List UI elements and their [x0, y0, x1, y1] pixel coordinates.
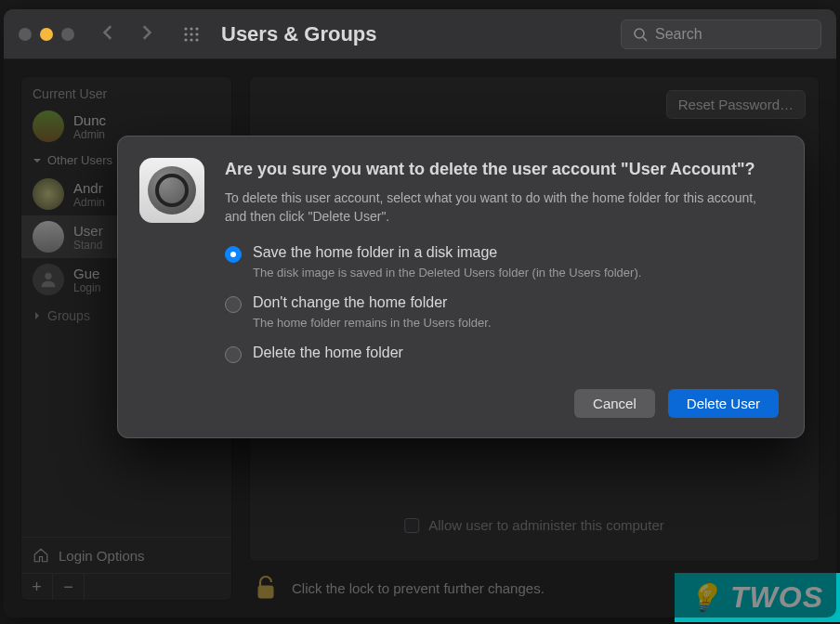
minimize-window-button[interactable]	[40, 28, 53, 41]
svg-point-0	[184, 27, 187, 30]
radio-icon	[225, 246, 242, 263]
radio-label: Delete the home folder	[253, 344, 403, 361]
search-placeholder: Search	[655, 26, 702, 43]
zoom-window-button[interactable]	[61, 28, 74, 41]
delete-user-button[interactable]: Delete User	[668, 389, 779, 418]
radio-sublabel: The home folder remains in the Users fol…	[253, 315, 492, 332]
radio-option-delete-folder[interactable]: Delete the home folder	[225, 344, 779, 363]
forward-button[interactable]	[138, 24, 154, 45]
cancel-button[interactable]: Cancel	[574, 389, 655, 418]
window-title: Users & Groups	[221, 22, 621, 46]
radio-option-dont-change[interactable]: Don't change the home folder The home fo…	[225, 294, 779, 332]
svg-point-4	[190, 32, 192, 35]
radio-option-save-disk-image[interactable]: Save the home folder in a disk image The…	[225, 244, 779, 281]
svg-point-7	[190, 38, 192, 41]
close-window-button[interactable]	[19, 28, 32, 41]
search-icon	[633, 27, 648, 42]
svg-point-3	[184, 32, 187, 35]
radio-icon	[225, 296, 242, 313]
radio-icon	[225, 346, 242, 363]
svg-point-5	[195, 32, 198, 35]
dialog-description: To delete this user account, select what…	[225, 189, 779, 226]
gear-icon	[148, 166, 196, 214]
window-controls	[19, 28, 74, 41]
dialog-title: Are you sure you want to delete the user…	[225, 158, 779, 180]
titlebar: Users & Groups Search	[4, 9, 836, 59]
show-all-button[interactable]	[182, 25, 201, 44]
svg-point-1	[190, 27, 192, 30]
svg-point-9	[635, 29, 644, 38]
system-preferences-icon	[139, 158, 204, 223]
preferences-window: Users & Groups Search Current User Dunc …	[4, 9, 836, 618]
radio-label: Don't change the home folder	[253, 294, 492, 311]
svg-point-8	[195, 38, 198, 41]
search-input[interactable]: Search	[621, 20, 821, 49]
back-button[interactable]	[100, 24, 117, 45]
svg-point-2	[195, 27, 198, 30]
radio-label: Save the home folder in a disk image	[253, 244, 641, 261]
svg-point-6	[184, 38, 187, 41]
dialog-radio-group: Save the home folder in a disk image The…	[225, 244, 779, 362]
radio-sublabel: The disk image is saved in the Deleted U…	[253, 265, 641, 281]
nav-arrows	[100, 24, 154, 45]
dialog-actions: Cancel Delete User	[225, 389, 779, 418]
delete-user-dialog: Are you sure you want to delete the user…	[117, 136, 805, 438]
